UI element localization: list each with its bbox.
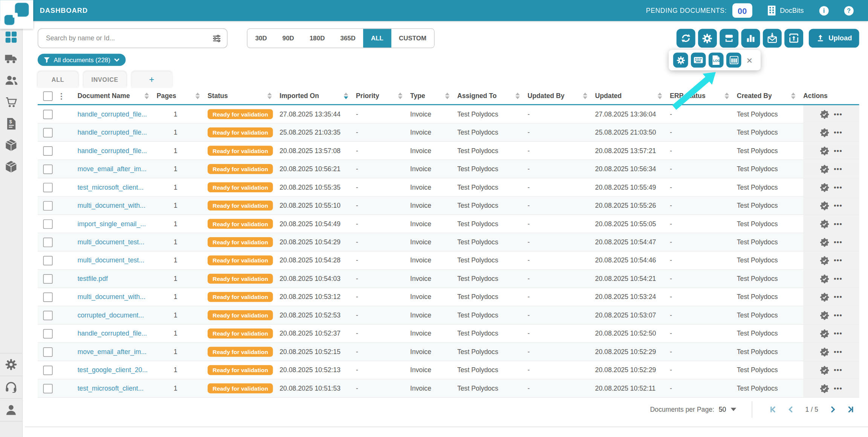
upload-button[interactable]: Upload xyxy=(808,29,859,48)
sidebar-item-settings[interactable] xyxy=(0,353,22,376)
sidebar-item-orders[interactable] xyxy=(0,96,22,108)
document-link[interactable]: multi_document_with... xyxy=(78,202,145,210)
column-header[interactable]: Priority xyxy=(356,87,410,104)
sidebar-item-users[interactable] xyxy=(0,74,22,86)
archive-upload-button[interactable] xyxy=(784,29,803,48)
sort-icon[interactable] xyxy=(515,92,523,99)
refresh-button[interactable] xyxy=(676,29,695,48)
date-range-button[interactable]: ALL xyxy=(363,29,391,48)
document-link[interactable]: multi_document_with... xyxy=(78,293,145,301)
date-range-button[interactable]: 180D xyxy=(302,29,333,48)
info-icon[interactable]: i xyxy=(819,6,829,15)
date-range-button[interactable]: 365D xyxy=(333,29,364,48)
next-page-button[interactable] xyxy=(829,406,837,414)
row-checkbox[interactable] xyxy=(43,238,53,247)
sort-icon[interactable] xyxy=(583,92,591,99)
first-page-button[interactable] xyxy=(769,406,777,414)
column-header[interactable]: Status xyxy=(208,87,280,104)
document-type-tab[interactable]: INVOICE xyxy=(84,72,126,88)
sidebar-item-support[interactable] xyxy=(0,376,22,398)
more-actions-icon[interactable]: ••• xyxy=(834,129,842,136)
row-checkbox[interactable] xyxy=(43,311,53,320)
more-actions-icon[interactable]: ••• xyxy=(834,220,842,228)
more-actions-icon[interactable]: ••• xyxy=(834,385,842,393)
documents-filter-pill[interactable]: All documents (228) xyxy=(38,54,126,66)
add-tab-button[interactable]: + xyxy=(131,72,172,88)
row-checkbox[interactable] xyxy=(43,256,53,265)
row-checkbox[interactable] xyxy=(43,274,53,284)
document-link[interactable]: handle_corrupted_file... xyxy=(78,129,147,136)
document-link[interactable]: test_microsoft_client... xyxy=(78,183,144,191)
mail-import-button[interactable] xyxy=(763,29,781,48)
sidebar-item-dashboard[interactable] xyxy=(0,31,22,43)
column-header[interactable]: Document Name xyxy=(78,87,157,104)
more-actions-icon[interactable]: ••• xyxy=(834,110,842,118)
document-link[interactable]: import_single_email_... xyxy=(78,220,146,228)
document-link[interactable]: multi_document_test... xyxy=(78,256,144,264)
date-range-button[interactable]: 30D xyxy=(248,29,275,48)
sidebar-item-shipments[interactable] xyxy=(0,53,22,65)
column-header[interactable]: Actions xyxy=(803,87,859,104)
sort-icon[interactable] xyxy=(791,92,799,99)
more-actions-icon[interactable]: ••• xyxy=(834,330,842,337)
organization-selector[interactable]: DocBits xyxy=(768,6,804,15)
analytics-button[interactable] xyxy=(741,29,760,48)
sidebar-item-profile[interactable] xyxy=(0,398,22,422)
document-link[interactable]: test_microsoft_client... xyxy=(78,385,144,393)
more-actions-icon[interactable]: ••• xyxy=(834,256,842,264)
column-header[interactable]: Updated xyxy=(595,87,670,104)
document-link[interactable]: handle_corrupted_file... xyxy=(78,147,147,155)
row-checkbox[interactable] xyxy=(43,109,53,119)
sort-icon[interactable] xyxy=(344,92,351,99)
row-checkbox[interactable] xyxy=(43,365,53,375)
sidebar-item-shipment-orders[interactable] xyxy=(0,139,22,151)
more-actions-icon[interactable]: ••• xyxy=(834,293,842,301)
per-page-caret-icon[interactable] xyxy=(730,408,736,411)
date-range-button[interactable]: CUSTOM xyxy=(391,29,434,48)
row-checkbox[interactable] xyxy=(43,146,53,155)
previous-page-button[interactable] xyxy=(787,406,795,414)
column-header[interactable]: Imported On xyxy=(280,87,356,104)
more-actions-icon[interactable]: ••• xyxy=(834,311,842,319)
app-logo[interactable] xyxy=(0,0,33,29)
search-input[interactable] xyxy=(45,34,212,43)
column-header[interactable]: Type xyxy=(410,87,457,104)
row-checkbox[interactable] xyxy=(43,384,53,393)
document-link[interactable]: handle_corrupted_file... xyxy=(78,330,147,337)
row-checkbox[interactable] xyxy=(43,182,53,192)
row-checkbox[interactable] xyxy=(43,164,53,174)
header-menu-icon[interactable]: ⋮ xyxy=(58,92,66,100)
column-header[interactable]: Assigned To xyxy=(457,87,528,104)
more-actions-icon[interactable]: ••• xyxy=(834,275,842,283)
row-checkbox[interactable] xyxy=(43,292,53,302)
per-page-value[interactable]: 50 xyxy=(719,406,726,414)
document-link[interactable]: multi_document_test... xyxy=(78,238,144,246)
advanced-filter-icon[interactable] xyxy=(212,34,222,43)
row-checkbox[interactable] xyxy=(43,329,53,338)
more-actions-icon[interactable]: ••• xyxy=(834,348,842,356)
sidebar-item-invoices[interactable]: $ xyxy=(0,118,22,130)
more-actions-icon[interactable]: ••• xyxy=(834,366,842,374)
scan-button[interactable] xyxy=(720,29,738,48)
help-icon[interactable]: ? xyxy=(844,6,854,15)
sort-icon[interactable] xyxy=(267,92,275,99)
settings-button[interactable] xyxy=(698,29,717,48)
column-header[interactable]: Pages xyxy=(157,87,208,104)
last-page-button[interactable] xyxy=(847,406,854,414)
document-link[interactable]: test_google_client_20... xyxy=(78,366,148,374)
column-header[interactable]: Updated By xyxy=(527,87,595,104)
document-link[interactable]: handle_corrupted_file... xyxy=(78,110,147,118)
date-range-button[interactable]: 90D xyxy=(275,29,302,48)
sort-icon[interactable] xyxy=(398,92,406,99)
document-link[interactable]: move_email_after_im... xyxy=(78,165,147,173)
row-checkbox[interactable] xyxy=(43,128,53,137)
select-all-checkbox[interactable] xyxy=(43,91,53,101)
more-actions-icon[interactable]: ••• xyxy=(834,202,842,210)
document-link[interactable]: corrupted_document... xyxy=(78,311,144,319)
more-actions-icon[interactable]: ••• xyxy=(834,147,842,155)
column-header[interactable]: Created By xyxy=(737,87,803,104)
row-checkbox[interactable] xyxy=(43,219,53,228)
sort-icon[interactable] xyxy=(196,92,203,99)
sort-icon[interactable] xyxy=(145,92,153,99)
popup-close-icon[interactable]: ✕ xyxy=(746,56,753,64)
